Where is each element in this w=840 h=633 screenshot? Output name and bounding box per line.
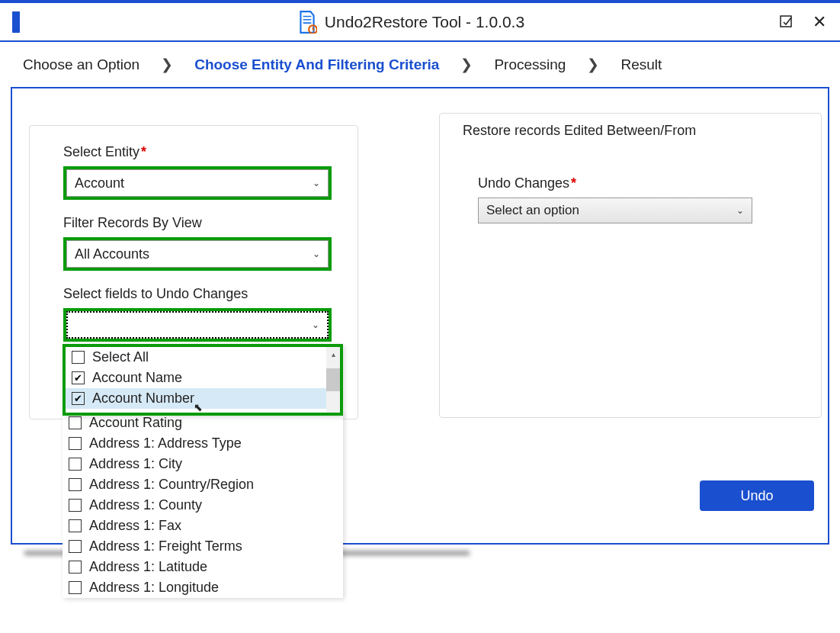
checkbox-icon[interactable] [69,581,82,594]
field-option[interactable]: Address 1: County [63,495,343,516]
undo-button[interactable]: Undo [700,480,814,511]
required-mark: * [571,175,576,191]
chevron-down-icon: ⌄ [313,249,320,259]
restore-range-panel: Restore records Edited Between/From Undo… [439,113,822,418]
filter-view-label: Filter Records By View [63,215,324,231]
fields-dropdown-list[interactable]: ▴ Select All Account Name Account Number [63,344,343,416]
checkbox-icon[interactable] [69,519,82,532]
checkbox-icon[interactable] [69,540,82,553]
app-logo-icon [12,11,20,33]
field-option[interactable]: Address 1: City [63,454,343,474]
field-option-label: Address 1: City [89,456,182,472]
select-fields-label: Select fields to Undo Changes [63,286,324,302]
field-option-label: Account Rating [89,415,182,431]
field-option-label: Select All [92,349,149,365]
field-option-select-all[interactable]: Select All [66,347,340,368]
field-option[interactable]: Address 1: Longitude [63,577,343,598]
checkbox-icon[interactable] [72,351,85,364]
wizard-breadcrumb: Choose an Option ❯ Choose Entity And Fil… [0,42,840,87]
field-option-label: Address 1: Fax [89,518,181,534]
checkbox-icon[interactable] [69,458,82,471]
title-bar: Undo2Restore Tool - 1.0.0.3 ✕ [0,0,840,42]
field-option[interactable]: Address 1: Fax [63,516,343,536]
field-option[interactable]: Address 1: Country/Region [63,474,343,495]
field-option[interactable]: Address 1: Freight Terms [63,536,343,557]
select-entity-dropdown[interactable]: Account ⌄ [66,169,329,197]
field-option-label: Address 1: Longitude [89,580,219,596]
chevron-down-icon: ⌄ [736,205,744,216]
checkbox-icon[interactable] [69,416,82,429]
chevron-right-icon: ❯ [460,56,473,73]
checkbox-icon[interactable] [69,478,82,491]
field-option-label: Address 1: Country/Region [89,477,254,493]
field-option-label: Account Number [92,390,194,406]
chevron-right-icon: ❯ [161,56,173,73]
filter-view-value: All Accounts [75,246,149,262]
checkbox-icon[interactable] [69,561,82,574]
field-option-label: Address 1: Latitude [89,559,207,575]
checkbox-icon[interactable] [69,437,82,450]
scroll-up-icon[interactable]: ▴ [326,347,340,361]
select-entity-label: Select Entity* [63,144,324,160]
crumb-processing: Processing [494,56,566,73]
fields-dropdown-overflow[interactable]: Account Rating Address 1: Address Type A… [63,413,343,598]
field-option-label: Address 1: Address Type [89,435,242,451]
select-entity-value: Account [75,175,124,191]
chevron-down-icon: ⌄ [313,178,320,188]
scrollbar-thumb[interactable] [326,368,340,391]
restore-range-title: Restore records Edited Between/From [463,123,798,139]
field-option[interactable]: Account Rating [63,413,343,433]
checkbox-window-icon[interactable] [779,14,794,30]
select-entity-highlight: Account ⌄ [63,166,332,200]
filter-view-highlight: All Accounts ⌄ [63,237,332,271]
undo-changes-dropdown[interactable]: Select an option ⌄ [478,198,752,223]
required-mark: * [141,144,146,159]
undo-changes-label: Undo Changes* [478,175,798,191]
crumb-result: Result [620,56,662,73]
chevron-down-icon: ⌄ [312,320,319,330]
field-option-label: Address 1: Freight Terms [89,538,242,554]
field-option-account-name[interactable]: Account Name [66,368,340,388]
chevron-right-icon: ❯ [587,56,599,73]
checkbox-checked-icon[interactable] [72,392,85,405]
undo-changes-value: Select an option [486,203,579,218]
field-option-label: Account Name [92,370,182,386]
field-option[interactable]: Address 1: Address Type [63,433,343,454]
filter-view-dropdown[interactable]: All Accounts ⌄ [66,240,329,268]
crumb-choose-entity[interactable]: Choose Entity And Filtering Criteria [194,56,439,73]
document-restore-icon [297,11,317,34]
select-fields-dropdown[interactable]: ⌄ [66,311,329,339]
checkbox-icon[interactable] [69,499,82,512]
field-option-account-number[interactable]: Account Number [66,388,340,409]
window-title: Undo2Restore Tool - 1.0.0.3 [325,13,524,31]
select-entity-label-text: Select Entity [63,144,139,159]
main-content-frame: Select Entity* Account ⌄ Filter Records … [11,87,829,545]
field-option-label: Address 1: County [89,497,202,513]
crumb-choose-option[interactable]: Choose an Option [23,56,139,73]
close-icon[interactable]: ✕ [813,14,828,30]
field-option[interactable]: Address 1: Latitude [63,557,343,577]
checkbox-checked-icon[interactable] [72,371,85,384]
select-fields-highlight: ⌄ [63,308,332,342]
undo-changes-label-text: Undo Changes [478,175,569,191]
